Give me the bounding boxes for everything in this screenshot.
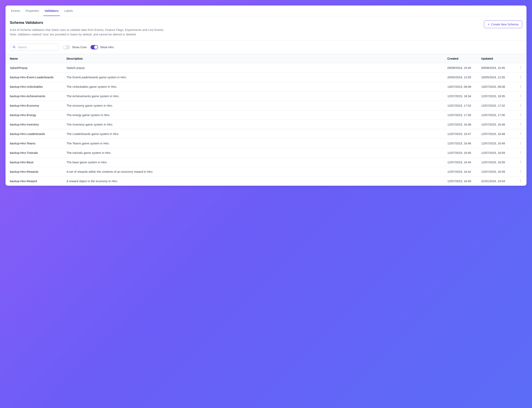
svg-point-24 <box>520 133 521 134</box>
row-updated: 12/07/2023, 16:49 <box>481 142 515 145</box>
row-actions-button[interactable] <box>515 132 522 136</box>
row-updated: 31/01/2024, 10:54 <box>481 179 515 183</box>
row-updated: 13/07/2023, 08:08 <box>481 85 515 88</box>
row-actions-button[interactable] <box>515 170 522 173</box>
table-row: backup-Hiro-RewardsA set of rewards with… <box>6 167 526 177</box>
table-row: backup-Hiro-AchievementsThe Achievements… <box>6 92 526 101</box>
table-row: backup-Hiro-UnlockablesThe Unlockables g… <box>6 82 526 92</box>
row-actions-button[interactable] <box>515 141 522 145</box>
show-core-toggle-group: Show Core <box>63 45 87 49</box>
tab-validators[interactable]: Validators <box>43 6 60 16</box>
row-created: 12/07/2023, 17:00 <box>447 113 481 117</box>
tab-labels[interactable]: Labels <box>63 6 74 16</box>
svg-point-27 <box>520 143 521 143</box>
row-actions-button[interactable] <box>515 94 522 98</box>
row-name: backup-Hiro-Rewards <box>10 170 67 173</box>
table-row: backup-Hiro-TutorialsThe tutorials game … <box>6 148 526 158</box>
svg-point-9 <box>520 86 521 86</box>
row-description: A set of rewards within the contents of … <box>67 170 447 173</box>
row-created: 09/08/2024, 15:45 <box>447 66 481 69</box>
column-header-description: Description <box>67 57 447 60</box>
column-header-updated: Updated <box>481 57 515 60</box>
svg-point-19 <box>520 115 521 116</box>
svg-point-30 <box>520 152 521 153</box>
table-row: backup-Hiro-TeamsThe Teams game system i… <box>6 139 526 148</box>
row-actions-button[interactable] <box>515 123 522 126</box>
svg-point-16 <box>520 106 521 106</box>
column-header-actions <box>515 57 522 60</box>
row-description: The Inventory game system in Hiro. <box>67 123 447 126</box>
more-vertical-icon <box>519 141 522 145</box>
search-input[interactable] <box>10 44 59 51</box>
page-title: Schema Validators <box>10 20 164 25</box>
svg-point-29 <box>520 151 521 152</box>
row-created: 12/07/2023, 16:46 <box>447 142 481 145</box>
row-updated: 12/07/2023, 16:48 <box>481 123 515 126</box>
row-updated: 12/07/2023, 18:35 <box>481 94 515 98</box>
row-actions-button[interactable] <box>515 85 522 89</box>
show-hiro-toggle[interactable] <box>91 45 98 49</box>
table-row: backup-Hiro-Event-LeaderboardsThe EventL… <box>6 73 526 82</box>
row-created: 12/07/2023, 17:02 <box>447 104 481 107</box>
row-created: 12/07/2023, 16:45 <box>447 151 481 154</box>
svg-point-34 <box>520 162 521 163</box>
row-actions-button[interactable] <box>515 104 522 107</box>
row-actions-button[interactable] <box>515 160 522 164</box>
svg-point-10 <box>520 87 521 87</box>
search-icon <box>12 45 16 49</box>
table-row: backup-Hiro-EconomyThe economy game syst… <box>6 101 526 110</box>
row-description: The Leaderboards game system in Hiro. <box>67 132 447 136</box>
svg-point-33 <box>520 162 521 162</box>
more-vertical-icon <box>519 179 522 183</box>
svg-point-26 <box>520 142 521 142</box>
svg-point-35 <box>520 170 521 170</box>
table-body: SplashPopupSplash popup09/08/2024, 15:45… <box>6 63 526 186</box>
show-core-toggle[interactable] <box>63 45 70 49</box>
column-header-name: Name <box>10 57 67 60</box>
page-description-line-1: A list of Schema Validators that Satori … <box>10 28 164 32</box>
page-description: A list of Schema Validators that Satori … <box>10 27 164 37</box>
row-description: The Teams game system in Hiro. <box>67 142 447 145</box>
row-description: The economy game system in Hiro. <box>67 104 447 107</box>
svg-point-25 <box>520 134 521 135</box>
row-actions-button[interactable] <box>515 113 522 117</box>
more-vertical-icon <box>519 132 522 136</box>
tab-properties[interactable]: Properties <box>24 6 40 16</box>
more-vertical-icon <box>519 85 522 89</box>
table-row: SplashPopupSplash popup09/08/2024, 15:45… <box>6 63 526 73</box>
tab-bar: Events Properties Validators Labels <box>6 6 526 16</box>
svg-point-17 <box>520 113 521 114</box>
svg-point-32 <box>520 161 521 161</box>
svg-point-37 <box>520 172 521 172</box>
row-created: 12/07/2023, 16:48 <box>447 123 481 126</box>
svg-point-5 <box>520 76 521 76</box>
row-actions-button[interactable] <box>515 66 522 70</box>
row-actions-button[interactable] <box>515 151 522 155</box>
row-description: Splash popup <box>67 66 447 69</box>
row-name: backup-Hiro-Leaderboards <box>10 132 67 136</box>
svg-point-38 <box>520 180 521 180</box>
row-description: The Achievements game system in Hiro. <box>67 94 447 98</box>
header-section: Schema Validators A list of Schema Valid… <box>6 16 526 41</box>
create-new-schema-button[interactable]: + Create New Schema <box>484 20 522 28</box>
main-card: Events Properties Validators Labels Sche… <box>6 6 526 186</box>
row-updated: 12/07/2023, 16:48 <box>481 132 515 136</box>
show-hiro-label: Show Hiro <box>100 45 113 49</box>
row-created: 12/07/2023, 16:44 <box>447 161 481 164</box>
row-actions-button[interactable] <box>515 179 522 183</box>
svg-point-40 <box>520 181 521 182</box>
tab-events[interactable]: Events <box>10 6 21 16</box>
svg-point-28 <box>520 144 521 144</box>
svg-point-13 <box>520 96 521 97</box>
row-actions-button[interactable] <box>515 75 522 79</box>
more-vertical-icon <box>519 151 522 155</box>
more-vertical-icon <box>519 75 522 79</box>
row-name: backup-Hiro-Reward <box>10 179 67 183</box>
svg-point-20 <box>520 123 521 123</box>
show-hiro-toggle-group: Show Hiro <box>91 45 113 49</box>
create-button-label: Create New Schema <box>491 23 518 26</box>
page-description-line-2: Note: Validators marked 'core' are provi… <box>10 33 136 36</box>
row-description: The energy game system in Hiro. <box>67 113 447 117</box>
row-name: backup-Hiro-Energy <box>10 113 67 117</box>
row-updated: 20/05/2024, 12:05 <box>481 76 515 79</box>
